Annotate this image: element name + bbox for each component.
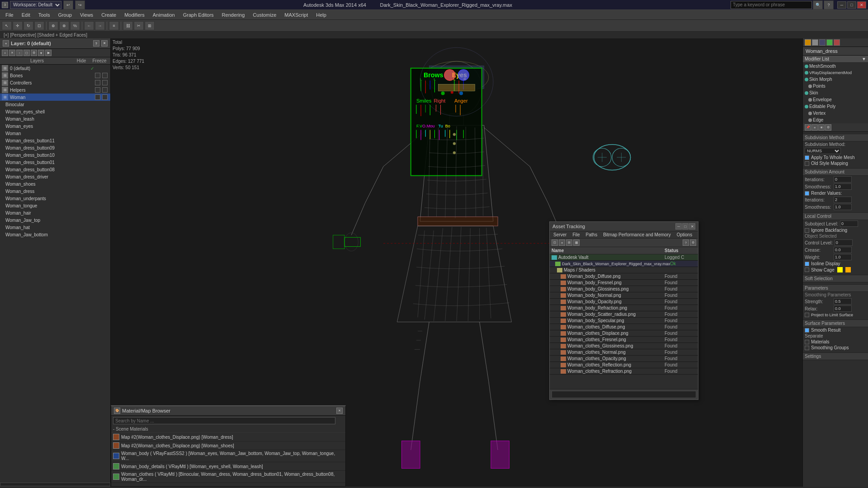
weight-input[interactable] bbox=[834, 254, 852, 260]
layer-item-helpers[interactable]: ▤ Helpers bbox=[0, 86, 110, 94]
layers-help-btn[interactable]: ? bbox=[93, 40, 99, 47]
layer-woman-freeze-cb[interactable] bbox=[102, 94, 108, 100]
menu-help[interactable]: Help bbox=[312, 11, 330, 19]
at-row-maps-shaders[interactable]: Maps / Shaders bbox=[550, 267, 698, 273]
layer-expand-btn[interactable]: ▶ bbox=[45, 50, 52, 56]
mat-search-input[interactable] bbox=[113, 417, 335, 424]
at-row-clothes-opacity[interactable]: Woman_clothes_Opacity.png Found bbox=[550, 356, 698, 362]
at-menu-file[interactable]: File bbox=[570, 232, 582, 238]
layer-item-dress-btn10[interactable]: Woman_dress_button10 bbox=[0, 151, 110, 159]
cage-color-swatch-2[interactable] bbox=[845, 267, 851, 272]
mat-item-5[interactable]: Woman_clothes ( VRayMtl ) [Binocular, Wo… bbox=[111, 471, 345, 483]
at-btn3[interactable]: ⊞ bbox=[566, 239, 572, 246]
layer-bones-hide-cb[interactable] bbox=[95, 73, 100, 78]
menu-file[interactable]: File bbox=[2, 11, 17, 19]
mod-meshsmooth[interactable]: MeshSmooth bbox=[803, 63, 868, 70]
color-swatch-1[interactable] bbox=[805, 39, 811, 46]
layer-woman-hide-cb[interactable] bbox=[95, 94, 100, 100]
at-help-btn[interactable]: ? bbox=[683, 239, 689, 246]
at-minimize-btn[interactable]: ─ bbox=[675, 223, 682, 230]
redo-btn[interactable]: ↪ bbox=[75, 0, 85, 9]
layer-item-dress[interactable]: Woman_dress bbox=[0, 188, 110, 195]
layer-helpers-hide-cb[interactable] bbox=[95, 87, 100, 93]
layer-item-shoes[interactable]: Woman_shoes bbox=[0, 180, 110, 188]
at-row-clothes-displace[interactable]: Woman_clothes_Displace.png Found bbox=[550, 330, 698, 337]
layer-item-jaw-bottom[interactable]: Woman_Jaw_bottom bbox=[0, 231, 110, 238]
mat-item-4[interactable]: Woman_body_details ( VRayMtl ) [Woman_ey… bbox=[111, 462, 345, 471]
layer-item-dress-btn08[interactable]: Woman_dress_button08 bbox=[0, 166, 110, 173]
at-row-body-fresnel[interactable]: Woman_body_Fresnel.png Found bbox=[550, 280, 698, 286]
mod-vertex[interactable]: Vertex bbox=[803, 110, 868, 117]
strength-input[interactable] bbox=[834, 298, 852, 305]
mat-item-2[interactable]: Map #2(Woman_clothes_Displace.png) [Woma… bbox=[111, 441, 345, 450]
at-row-body-diffuse[interactable]: Woman_body_Diffuse.png Found bbox=[550, 273, 698, 280]
menu-animation[interactable]: Animation bbox=[149, 11, 179, 19]
at-btn2[interactable]: ≡ bbox=[559, 239, 565, 246]
viewport[interactable]: Total Polys: 77 909 Tris: 96 371 Edges: … bbox=[111, 38, 802, 487]
mod-pin-btn[interactable]: 📌 bbox=[805, 124, 811, 131]
add-to-layer-btn[interactable]: ↑ bbox=[16, 50, 23, 56]
mod-envelope[interactable]: Envelope bbox=[803, 96, 868, 103]
layer-item-hair[interactable]: Woman_hair bbox=[0, 209, 110, 216]
layer-bones-freeze-cb[interactable] bbox=[102, 73, 108, 78]
menu-graph-editors[interactable]: Graph Editors bbox=[179, 11, 217, 19]
at-row-clothes-diffuse[interactable]: Woman_clothes_Diffuse.png Found bbox=[550, 324, 698, 330]
undo-btn[interactable]: ↩ bbox=[63, 0, 73, 9]
menu-views[interactable]: Views bbox=[76, 11, 97, 19]
ignore-bf-cb[interactable] bbox=[805, 228, 809, 233]
mod-stack-btn[interactable]: ≡ bbox=[811, 124, 818, 131]
smooth-input[interactable] bbox=[834, 183, 852, 190]
at-row-vault[interactable]: Autodesk Vault Logged C bbox=[550, 254, 698, 261]
layer-item-woman[interactable]: ▤ Woman bbox=[0, 94, 110, 101]
mod-skin[interactable]: Skin bbox=[803, 89, 868, 96]
undo-scene-btn[interactable]: ← bbox=[84, 21, 94, 30]
close-btn[interactable]: ✕ bbox=[857, 1, 866, 9]
layer-item-dress-btn01[interactable]: Woman_dress_button01 bbox=[0, 159, 110, 166]
at-row-file[interactable]: Dark_Skin_Black_Woman_Explorer_Rigged_ma… bbox=[550, 261, 698, 267]
layers-close-btn[interactable]: ✕ bbox=[101, 40, 108, 47]
at-row-body-gloss[interactable]: Woman_body_Glossiness.png Found bbox=[550, 286, 698, 292]
material-browser-close-btn[interactable]: ✕ bbox=[336, 408, 343, 414]
search-btn[interactable]: 🔍 bbox=[813, 0, 823, 9]
nurms-select[interactable]: NURMS bbox=[805, 148, 841, 154]
layer-item-bones[interactable]: ▤ Bones bbox=[0, 72, 110, 79]
at-menu-options[interactable]: Options bbox=[674, 232, 695, 238]
at-row-body-normal[interactable]: Woman_body_Normal.png Found bbox=[550, 292, 698, 299]
render-iter-input[interactable] bbox=[834, 197, 852, 203]
show-cage-cb[interactable] bbox=[805, 267, 809, 272]
materials-cb[interactable] bbox=[805, 340, 809, 344]
project-limit-cb[interactable] bbox=[805, 313, 809, 317]
at-row-body-refraction[interactable]: Woman_body_Refraction.png Found bbox=[550, 305, 698, 311]
layer-ctrl-hide-cb[interactable] bbox=[95, 80, 100, 85]
layer-item-default[interactable]: ▤ 0 (default) ✓ bbox=[0, 65, 110, 72]
at-row-clothes-fresnel[interactable]: Woman_clothes_Fresnel.png Found bbox=[550, 337, 698, 343]
layer-item-dress-btn09[interactable]: Woman_dress_button09 bbox=[0, 144, 110, 151]
layer-item-controllers[interactable]: ▤ Controllers bbox=[0, 79, 110, 86]
mod-skin-morph[interactable]: Skin Morph bbox=[803, 76, 868, 83]
layer-props-btn[interactable]: ⚙ bbox=[31, 50, 37, 56]
mod-display-btn[interactable]: 👁 bbox=[818, 124, 825, 131]
at-btn4[interactable]: ▦ bbox=[573, 239, 580, 246]
delete-layer-btn[interactable]: ✕ bbox=[9, 50, 15, 56]
color-swatch-5[interactable] bbox=[834, 39, 840, 46]
rotate-btn[interactable]: ↻ bbox=[24, 21, 33, 30]
move-btn[interactable]: ✛ bbox=[13, 21, 23, 30]
bind-btn[interactable]: ⊞ bbox=[145, 21, 155, 30]
at-maximize-btn[interactable]: □ bbox=[682, 223, 689, 230]
layer-item-jaw-top[interactable]: Woman_Jaw_top bbox=[0, 216, 110, 224]
layers-scrollbar-h[interactable] bbox=[0, 483, 110, 486]
layer-ctrl-freeze-cb[interactable] bbox=[102, 80, 108, 85]
link-btn[interactable]: ⛓ bbox=[123, 21, 133, 30]
at-menu-bitmap[interactable]: Bitmap Performance and Memory bbox=[600, 232, 674, 238]
mod-editable-poly[interactable]: Editable Poly bbox=[803, 103, 868, 110]
help-btn[interactable]: ? bbox=[824, 0, 834, 9]
unlink-btn[interactable]: ✂ bbox=[134, 21, 144, 30]
at-row-clothes-gloss[interactable]: Woman_clothes_Glossiness.png Found bbox=[550, 343, 698, 349]
layer-item-tongue[interactable]: Woman_tongue bbox=[0, 202, 110, 209]
layer-item-leash[interactable]: Woman_leash bbox=[0, 115, 110, 122]
mod-settings-btn[interactable]: ⚙ bbox=[825, 124, 831, 131]
search-input[interactable] bbox=[731, 1, 812, 9]
at-row-body-opacity[interactable]: Woman_body_Opacity.png Found bbox=[550, 299, 698, 305]
snap-btn[interactable]: ⊕ bbox=[48, 21, 58, 30]
smooth-result-cb[interactable] bbox=[805, 328, 809, 333]
